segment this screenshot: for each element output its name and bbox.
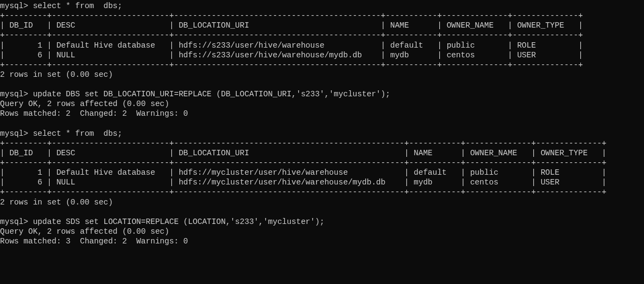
- terminal-output[interactable]: mysql> select * from dbs; +---------+---…: [0, 0, 644, 249]
